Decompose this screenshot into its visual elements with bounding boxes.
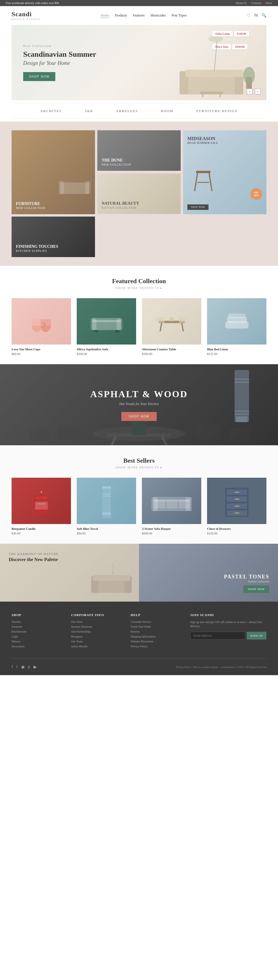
svg-rect-42 <box>197 425 220 439</box>
footer-link-shipping[interactable]: Shipping Information <box>130 635 181 638</box>
featured-sub[interactable]: SHOW MORE PRODUCTS ▸ <box>11 286 267 290</box>
facebook-icon[interactable]: f <box>11 665 13 669</box>
linen-illustration <box>219 310 254 333</box>
nav-post-types[interactable]: Post Types <box>172 13 187 18</box>
towel-illustration <box>95 484 118 518</box>
footer-link-privacy[interactable]: Privacy Policy <box>130 645 181 648</box>
sofa2-illustration <box>150 486 194 515</box>
product-card-towel[interactable]: Soft Blue Towel $90.00 <box>77 478 136 535</box>
footer-link-customer[interactable]: Customer Service <box>130 620 181 623</box>
svg-line-15 <box>195 173 197 191</box>
nav-products[interactable]: Products <box>115 13 127 18</box>
footer-link-kitchenware[interactable]: Kitchenware <box>11 630 62 633</box>
product-img-linen <box>207 298 267 345</box>
promo-furniture-label: FURNITURE New Collection <box>16 202 46 210</box>
promo-card-nature[interactable]: NATURAL BEAUTY Rattan Collection <box>97 173 181 214</box>
dbl-left-tag: THE HARMONY OF NATURE <box>9 552 130 555</box>
hero-title: Scandinavian Summer <box>23 50 96 59</box>
svg-rect-53 <box>235 410 249 412</box>
footer-link-furniture[interactable]: Furniture <box>11 625 62 628</box>
footer-link-textiles[interactable]: Textiles <box>11 620 62 623</box>
product-img-candle: BERGAMOT <box>11 478 71 524</box>
product-card-table[interactable]: Afternoon Counter Table $300.00 <box>142 298 201 356</box>
footer-link-decoration[interactable]: Decoration <box>11 645 62 648</box>
double-promo: THE HARMONY OF NATURE Discover the New P… <box>0 544 278 601</box>
hero-product1-name: Zofia Lamp <box>212 31 233 37</box>
hero-next-button[interactable]: › <box>255 89 261 94</box>
promo-card-furniture[interactable]: FURNITURE New Collection <box>11 130 95 214</box>
dbl-left-title: Discover the New Palette <box>9 557 130 562</box>
svg-rect-31 <box>156 317 165 323</box>
footer-link-investor[interactable]: Investor Relations <box>71 625 122 628</box>
footer-link-mirrors[interactable]: Mirrors <box>11 640 62 643</box>
about-link[interactable]: About Us <box>236 2 247 5</box>
footer-link-track[interactable]: Track Your Order <box>130 625 181 628</box>
twitter-icon[interactable]: t <box>16 665 17 669</box>
footer-link-safety[interactable]: Safety Recalls <box>71 645 122 648</box>
footer-email-input[interactable] <box>190 632 245 640</box>
svg-rect-25 <box>92 318 121 322</box>
footer-link-our-story[interactable]: Our Story <box>71 620 122 623</box>
bestsellers-sub[interactable]: SHOW MORE PRODUCTS ▸ <box>11 466 267 469</box>
announcement: Free worldwide delivery with orders over… <box>6 2 59 5</box>
footer-link-designers[interactable]: Designers <box>71 635 122 638</box>
search-icon[interactable]: 🔍 <box>262 13 267 18</box>
footer-link-disclaimer[interactable]: Website Disclaimer <box>130 640 181 643</box>
pinterest-icon[interactable]: p <box>28 665 30 669</box>
wishlist-icon[interactable]: ♡ <box>247 13 251 18</box>
news-link[interactable]: News <box>265 2 272 5</box>
hero-prev-button[interactable]: ‹ <box>247 89 253 94</box>
nav-home[interactable]: Home <box>100 13 109 18</box>
footer-grid: SHOP Textiles Furniture Kitchenware Ligh… <box>11 613 267 650</box>
product-card-candle[interactable]: BERGAMOT Bergamot Candle $30.00 <box>11 478 71 535</box>
nav-shortcodes[interactable]: Shortcodes <box>150 13 166 18</box>
midseason-shop-btn[interactable]: SHOP NOW <box>187 204 208 210</box>
svg-rect-86 <box>93 575 130 581</box>
sofa-illustration <box>89 310 124 333</box>
mugs-illustration <box>27 310 56 333</box>
footer-link-returns[interactable]: Returns <box>130 630 181 633</box>
featured-section: Featured Collection SHOW MORE PRODUCTS ▸… <box>0 266 278 364</box>
brand-3: ARRELEES <box>116 109 138 113</box>
footer-shop-title: SHOP <box>11 613 62 617</box>
promo-midseason-label: MIDSEASON Huge Summer Sale <box>187 136 218 145</box>
svg-rect-72 <box>167 500 178 508</box>
promo-card-finishing[interactable]: FINISHING TOUCHES Kitchen Supplies <box>11 216 95 257</box>
banner-subtitle: Hot Trends for Your Kitchen <box>91 402 188 406</box>
footer-legal-text: Privacy Policy | This is a sample websit… <box>176 666 267 668</box>
banner-cta-button[interactable]: SHOP NOW <box>121 412 156 421</box>
product-card-linen[interactable]: Blue Bed Linen $135.00 <box>207 298 267 356</box>
footer-link-light[interactable]: Light <box>11 635 62 638</box>
featured-title: Featured Collection <box>11 277 267 285</box>
footer-help-col: HELP Customer Service Track Your Order R… <box>130 613 181 650</box>
svg-line-16 <box>209 173 212 191</box>
footer-signup-form: SIGN UP <box>190 632 267 640</box>
svg-line-29 <box>160 323 162 331</box>
double-promo-right[interactable]: PASTEL TONES Artistic Collection SHOP NO… <box>139 544 278 601</box>
youtube-icon[interactable]: ▶ <box>33 665 37 669</box>
bestsellers-section: Best Sellers SHOW MORE PRODUCTS ▸ BERGAM… <box>0 445 278 544</box>
top-bar-links: About Us Contacts News <box>236 2 272 5</box>
dbl-right-shop-button[interactable]: SHOP NOW <box>243 585 269 593</box>
hero-cta-button[interactable]: SHOP NOW <box>23 72 55 81</box>
promo-card-dune[interactable]: THE DUNE New Collection <box>97 130 181 171</box>
svg-point-88 <box>107 565 119 571</box>
double-promo-left[interactable]: THE HARMONY OF NATURE Discover the New P… <box>0 544 139 601</box>
dbl-right-content: PASTEL TONES Artistic Collection SHOP NO… <box>224 574 269 593</box>
promo-finishing-label: FINISHING TOUCHES Kitchen Supplies <box>16 244 58 253</box>
product-card-sofa[interactable]: Mirra Septiembre Sofa $300.00 <box>77 298 136 356</box>
footer-link-our-team[interactable]: Our Team <box>71 640 122 643</box>
instagram-icon[interactable]: ◉ <box>21 665 25 669</box>
footer-link-partnerships[interactable]: Our Partnerships <box>71 630 122 633</box>
promo-card-midseason[interactable]: MIDSEASON Huge Summer Sale Sale! -30% SH… <box>183 130 267 214</box>
product-card-mugs[interactable]: Love You More Cups $80.00 <box>11 298 71 356</box>
footer-signup-button[interactable]: SIGN UP <box>247 632 267 640</box>
logo[interactable]: Scandi DESIGN STUDIO <box>11 10 41 21</box>
bestsellers-grid: BERGAMOT Bergamot Candle $30.00 Soft <box>11 478 267 535</box>
cart-icon[interactable]: 🛍 <box>254 13 258 18</box>
nav-features[interactable]: Features <box>133 13 145 18</box>
svg-rect-32 <box>179 317 187 323</box>
product-card-drawer[interactable]: Chest of Drawers $150.00 <box>207 478 267 535</box>
product-card-sofa2[interactable]: 3-Seater Sofa Harper $600.00 <box>142 478 201 535</box>
contacts-link[interactable]: Contacts <box>251 2 261 5</box>
